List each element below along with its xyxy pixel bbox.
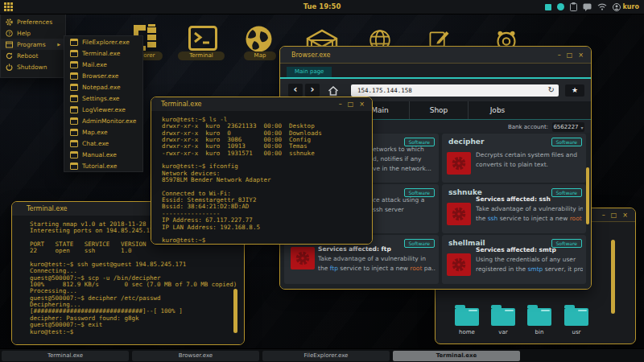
menu-item-reboot[interactable]: Reboot	[1, 50, 65, 61]
menu-item-label: Help	[17, 30, 31, 37]
bookmark-star-button[interactable]: ★	[565, 84, 584, 97]
chat-icon[interactable]	[583, 3, 592, 11]
window-icon	[70, 140, 78, 147]
taskbar-item-0[interactable]: Terminal.exe	[2, 351, 129, 361]
close-button[interactable]: ×	[578, 51, 584, 59]
terminal-label[interactable]: Terminal	[178, 51, 225, 60]
window-icon	[70, 151, 78, 158]
taskbar-item-1[interactable]: Browser.exe	[132, 351, 259, 361]
terminal-line	[30, 255, 237, 261]
description-line: the ftp service to inject a new root pa.…	[318, 264, 436, 274]
submenu-item-label: Map.exe	[82, 129, 108, 136]
back-button[interactable]: ‹	[288, 84, 303, 97]
help-icon: ?	[6, 30, 13, 37]
app-tile	[447, 253, 471, 276]
submenu-item-notepadexe[interactable]: Notepad.exe	[64, 81, 142, 93]
user-chip[interactable]: kuro	[613, 3, 639, 11]
programs-submenu: FileExplorer.exeTerminal.exeMail.exeBrow…	[64, 35, 143, 172]
reload-icon[interactable]: ↻	[548, 86, 555, 94]
window-icon	[6, 41, 13, 48]
terminal-output[interactable]: kuro@test:~$ ls -ldrwxr-xr-x kuro 236211…	[151, 111, 372, 244]
taskbar-item-3[interactable]: Terminal.exe	[393, 351, 520, 361]
folder-icon	[491, 308, 515, 326]
store-item-description: Decrypts certain system files andconvert…	[476, 150, 583, 170]
submenu-item-manualexe[interactable]: Manual.exe	[64, 149, 142, 160]
folder-home[interactable]: home	[452, 304, 481, 335]
submenu-item-browserexe[interactable]: Browser.exe	[64, 70, 142, 81]
minimize-button[interactable]: –	[558, 51, 561, 59]
map-icon[interactable]	[245, 25, 273, 53]
folder-label: var	[489, 329, 518, 335]
home-button[interactable]	[325, 84, 341, 97]
terminal-titlebar[interactable]: Terminal.exe – □ ×	[151, 97, 372, 112]
page-tab-shop[interactable]: Shop	[409, 101, 468, 119]
store-item-decipher[interactable]: decipherSoftwareDecrypts certain system …	[442, 134, 586, 183]
minimize-button[interactable]: –	[602, 212, 605, 219]
submenu-item-settingsexe[interactable]: Settings.exe	[64, 93, 142, 104]
maximize-button[interactable]: □	[348, 101, 354, 108]
terminal-line: IP LAN Address: 192.168.8.5	[162, 224, 365, 231]
terminal-line: kuro@test:~$	[162, 237, 365, 244]
gear-icon	[450, 154, 468, 172]
taskbar-item-2[interactable]: FileExplorer.exe	[262, 351, 390, 361]
browser-scrollbar[interactable]	[586, 167, 589, 224]
menu-item-help[interactable]: ? Help	[1, 27, 65, 39]
url-input[interactable]	[351, 86, 535, 95]
submenu-item-terminalexe[interactable]: Terminal.exe	[64, 47, 142, 59]
browser-titlebar[interactable]: Browser.exe – □ ×	[280, 47, 591, 64]
submenu-item-mailexe[interactable]: Mail.exe	[64, 59, 142, 70]
page-tab-jobs[interactable]: Jobs	[468, 101, 526, 119]
maximize-button[interactable]: □	[567, 51, 573, 59]
status-circle-icon[interactable]	[557, 3, 564, 10]
submenu-item-tutorialexe[interactable]: Tutorial.exe	[64, 160, 142, 171]
description-line: converts it to plain text.	[476, 160, 583, 170]
file-explorer-scrollbar[interactable]	[611, 240, 615, 314]
submenu-item-fileexplorerexe[interactable]: FileExplorer.exe	[64, 36, 142, 47]
clipboard-icon[interactable]	[570, 2, 577, 11]
menu-item-programs[interactable]: Programs ▶	[1, 39, 65, 50]
submenu-item-chatexe[interactable]: Chat.exe	[64, 138, 142, 149]
submenu-item-label: Tutorial.exe	[82, 162, 117, 170]
window-icon	[70, 72, 78, 80]
terminal-line: Connecting...	[30, 268, 237, 274]
submenu-item-label: Terminal.exe	[82, 50, 120, 57]
submenu-item-logviewerexe[interactable]: LogViewer.exe	[64, 104, 142, 115]
folder-icon	[564, 308, 588, 326]
terminal-line: kuro@test:~$	[30, 329, 237, 335]
window-controls: – □ ×	[339, 101, 365, 108]
store-item-description: Services affected: sshTake advantage of …	[476, 195, 583, 224]
status-square-icon[interactable]	[545, 4, 551, 10]
close-button[interactable]: ×	[622, 212, 628, 219]
description-line: etworks to which	[373, 145, 436, 154]
terminal-line: decipher: Password found: g8gk	[30, 315, 237, 322]
folder-bin[interactable]: bin	[525, 304, 554, 335]
description-line: the ssh service to inject a new root p..…	[476, 214, 583, 224]
terminal-line: -rwxr-xr-x kuro 1931571 00:00 sshnuke	[162, 150, 365, 157]
window-icon	[70, 84, 78, 91]
submenu-item-mapexe[interactable]: Map.exe	[64, 126, 142, 138]
store-item-shellmail[interactable]: shellmailSoftwareServices affected: smtp…	[442, 235, 586, 284]
app-grid-icon[interactable]	[4, 2, 14, 11]
store-item-sshnuke[interactable]: sshnukeSoftwareServices affected: sshTak…	[442, 184, 586, 233]
terminal-scrollbar[interactable]	[233, 289, 237, 333]
bank-account-select[interactable]: 6562227 ▾	[552, 122, 584, 132]
browser-tab-main-page[interactable]: Main page	[287, 67, 332, 77]
forward-button[interactable]: ›	[305, 84, 320, 97]
description-line: ce attack using a	[373, 195, 436, 205]
window-icon	[70, 106, 78, 113]
close-button[interactable]: ×	[359, 101, 365, 108]
submenu-item-label: Settings.exe	[82, 95, 119, 102]
menu-item-shutdown[interactable]: Shutdown	[1, 61, 65, 72]
menu-item-label: Preferences	[17, 19, 52, 26]
folder-var[interactable]: var	[489, 304, 518, 335]
maximize-button[interactable]: □	[611, 212, 617, 219]
map-label[interactable]: Map	[244, 51, 276, 60]
terminal-window-center[interactable]: Terminal.exe – □ × kuro@test:~$ ls -ldrw…	[151, 97, 373, 245]
wifi-icon[interactable]	[597, 3, 607, 10]
terminal-icon[interactable]	[188, 26, 217, 51]
minimize-button[interactable]: –	[339, 101, 342, 108]
folder-usr[interactable]: usr	[562, 304, 591, 335]
submenu-item-adminmonitorexe[interactable]: AdminMonitor.exe	[64, 115, 142, 126]
window-controls: – □ ×	[602, 212, 628, 219]
menu-item-preferences[interactable]: Preferences	[1, 16, 65, 27]
